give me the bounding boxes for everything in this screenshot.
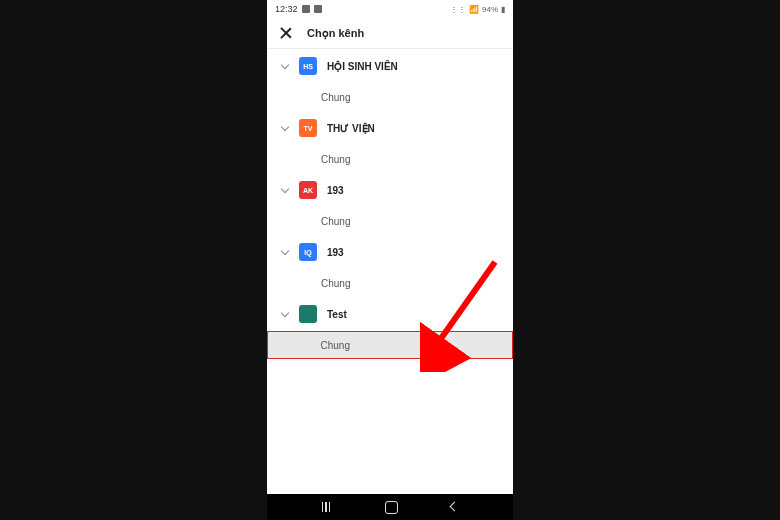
chevron-down-icon	[279, 185, 289, 195]
channel-name: HỘI SINH VIÊN	[327, 61, 398, 72]
phone-frame: 12:32 ⋮⋮ 📶 94% ▮ Chọn kênh HS HỘI SINH V…	[267, 0, 513, 520]
chevron-down-icon	[279, 61, 289, 71]
close-icon[interactable]	[279, 26, 293, 40]
nav-back-icon[interactable]	[448, 502, 458, 512]
channel-group: HS HỘI SINH VIÊN Chung	[267, 49, 513, 111]
channel-list: HS HỘI SINH VIÊN Chung TV THƯ VIỆN Chung…	[267, 49, 513, 494]
chevron-down-icon	[279, 123, 289, 133]
chevron-down-icon	[279, 309, 289, 319]
channel-group: AK 193 Chung	[267, 173, 513, 235]
channel-group: IQ 193 Chung	[267, 235, 513, 297]
channel-item[interactable]: AK 193	[267, 173, 513, 207]
avatar: IQ	[299, 243, 317, 261]
chevron-down-icon	[279, 247, 289, 257]
sub-channel-item[interactable]: Chung	[267, 269, 513, 297]
channel-item[interactable]: TV THƯ VIỆN	[267, 111, 513, 145]
status-bar: 12:32 ⋮⋮ 📶 94% ▮	[267, 0, 513, 18]
channel-item[interactable]: Test	[267, 297, 513, 331]
sub-channel-item[interactable]: Chung	[267, 83, 513, 111]
sub-channel-item[interactable]: Chung	[267, 145, 513, 173]
header: Chọn kênh	[267, 18, 513, 49]
channel-name: 193	[327, 247, 344, 258]
nav-recent-icon[interactable]	[322, 502, 336, 512]
channel-group: Test Chung	[267, 297, 513, 359]
sub-channel-item-highlighted[interactable]: Chung	[267, 331, 513, 359]
android-nav-bar	[267, 494, 513, 520]
avatar: TV	[299, 119, 317, 137]
status-time: 12:32	[275, 4, 298, 14]
signal-icon: 📶	[469, 5, 479, 14]
avatar	[299, 305, 317, 323]
avatar: HS	[299, 57, 317, 75]
status-app-icon	[302, 5, 310, 13]
wifi-icon: ⋮⋮	[450, 5, 466, 14]
channel-item[interactable]: IQ 193	[267, 235, 513, 269]
sub-channel-item[interactable]: Chung	[267, 207, 513, 235]
page-title: Chọn kênh	[307, 27, 364, 40]
battery-icon: ▮	[501, 5, 505, 14]
channel-name: THƯ VIỆN	[327, 123, 375, 134]
avatar: AK	[299, 181, 317, 199]
channel-name: 193	[327, 185, 344, 196]
status-app-icon	[314, 5, 322, 13]
channel-item[interactable]: HS HỘI SINH VIÊN	[267, 49, 513, 83]
nav-home-icon[interactable]	[385, 501, 398, 514]
channel-group: TV THƯ VIỆN Chung	[267, 111, 513, 173]
battery-level: 94%	[482, 5, 498, 14]
channel-name: Test	[327, 309, 347, 320]
